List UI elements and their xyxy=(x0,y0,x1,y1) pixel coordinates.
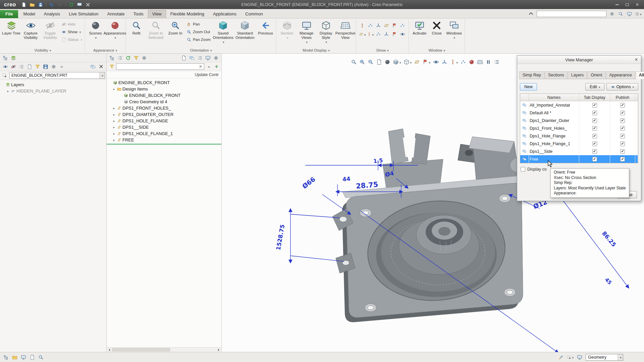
redo-icon[interactable] xyxy=(57,2,63,8)
annotate-brush-icon[interactable] xyxy=(557,354,564,361)
notifications-icon[interactable] xyxy=(29,354,36,361)
close-button[interactable] xyxy=(633,1,642,8)
manage-views-button[interactable]: Manage Views xyxy=(297,19,316,45)
edit-button[interactable]: Edit xyxy=(585,83,604,90)
table-row[interactable]: Dps1_Hole_Flange_1 xyxy=(520,140,638,147)
toggle-visibility-button[interactable]: Toggle Visibility xyxy=(41,19,60,41)
spin-center-icon[interactable] xyxy=(399,21,406,29)
collapse-ribbon-icon[interactable] xyxy=(528,10,535,17)
new-file-icon[interactable] xyxy=(21,2,27,8)
tab-flexible-modeling[interactable]: Flexible Modeling xyxy=(166,10,209,18)
tab-file[interactable]: File xyxy=(0,10,18,18)
plane-display-icon[interactable] xyxy=(383,21,390,29)
select-items-icon[interactable] xyxy=(567,354,574,361)
tree-item-dps1-front-holes[interactable]: DPS1_FRONT_HOLES_ xyxy=(107,105,221,111)
tab-view[interactable]: View xyxy=(148,10,166,18)
tree-item-dps1-diamter-outer[interactable]: DPS1_DIAMTER_OUTER xyxy=(107,111,221,118)
tree-settings-icon[interactable] xyxy=(10,55,17,61)
standard-orientation-button[interactable]: Standard Orientation xyxy=(234,19,256,41)
layer-view-icon[interactable] xyxy=(90,63,96,70)
group-label-visibility[interactable]: Visibility xyxy=(2,47,84,53)
dialog-titlebar[interactable]: View Manager xyxy=(517,56,641,64)
tab-appearance[interactable]: Appearance xyxy=(606,71,635,79)
saved-orientations-icon[interactable] xyxy=(402,58,413,66)
perspective-view-button[interactable]: Perspective View xyxy=(336,19,355,41)
tab-display-checkbox[interactable] xyxy=(592,103,597,108)
tab-display-checkbox[interactable] xyxy=(592,111,597,115)
annotation-display-icon[interactable] xyxy=(421,58,432,66)
gear-icon[interactable] xyxy=(608,10,615,17)
repaint-icon[interactable] xyxy=(375,58,383,66)
capture-visibility-button[interactable]: Capture Visibility xyxy=(21,19,40,41)
display-style-icon[interactable] xyxy=(392,58,402,66)
model-tree-hscrollbar[interactable] xyxy=(107,347,221,352)
tree-filter-field[interactable] xyxy=(116,63,204,70)
tree-item-dps1-side[interactable]: DPS1__SIDE xyxy=(107,124,221,130)
show-annotations-icon[interactable] xyxy=(432,58,440,66)
dimension-label[interactable]: 44 xyxy=(342,175,351,183)
3d-graphics-viewport[interactable]: 1.5 44 28.75 Ø66 Ø4 1528.75 Ø12 86.25 45 xyxy=(222,54,644,352)
datum-axis-display-icon[interactable] xyxy=(359,21,366,29)
filter-options-icon[interactable] xyxy=(205,63,212,70)
saved-orientations-button[interactable]: Saved Orientations xyxy=(212,19,234,45)
tree-doc-icon[interactable] xyxy=(180,55,187,61)
layer-item-hidden-plane-layer[interactable]: HIDDEN_PLANE_LAYER xyxy=(1,88,106,94)
group-label-model-display[interactable]: Model Display xyxy=(277,47,355,53)
regenerate-icon[interactable] xyxy=(68,2,74,8)
csys-tag-display-icon[interactable] xyxy=(383,30,390,38)
eye-display-icon[interactable] xyxy=(399,30,406,38)
command-search-input[interactable] xyxy=(537,11,606,17)
zoom-out-icon[interactable] xyxy=(367,58,375,66)
tree-expand-icon[interactable] xyxy=(112,119,116,123)
tree-refresh-icon[interactable] xyxy=(125,55,131,61)
table-row[interactable]: Default All * xyxy=(520,109,638,117)
layer-settings-icon[interactable] xyxy=(50,63,57,70)
pause-icon[interactable] xyxy=(484,58,492,66)
section-button[interactable]: Section xyxy=(277,19,297,41)
publish-checkbox[interactable] xyxy=(620,157,625,162)
col-names[interactable]: Names xyxy=(529,94,579,101)
layer-list-icon[interactable] xyxy=(18,63,25,70)
publish-checkbox[interactable] xyxy=(620,103,625,108)
tab-sections[interactable]: Sections xyxy=(545,71,568,79)
display-style-button[interactable]: Display Style xyxy=(316,19,335,45)
tree-columns-icon[interactable] xyxy=(2,55,9,61)
hide-button[interactable]: Hide xyxy=(60,21,84,27)
group-label-orientation[interactable]: Orientation xyxy=(127,47,275,53)
add-filter-icon[interactable] xyxy=(213,63,220,70)
dialog-close-icon[interactable] xyxy=(633,57,640,63)
hide-layer-icon[interactable] xyxy=(10,63,17,70)
zoom-to-selected-button[interactable]: Zoom to Selected xyxy=(146,19,165,41)
tree-filter-icon[interactable] xyxy=(133,55,140,61)
table-row[interactable]: All_Imported_Annotat xyxy=(520,101,638,109)
datum-point-display-icon[interactable] xyxy=(367,21,374,29)
activate-button[interactable]: Activate xyxy=(410,19,429,37)
layer-save-status-icon[interactable] xyxy=(42,63,49,70)
tab-simp-rep[interactable]: Simp Rep xyxy=(519,71,544,79)
tree-expand-icon[interactable] xyxy=(112,87,116,91)
spin-center-icon[interactable] xyxy=(459,58,467,66)
tree-item-free[interactable]: FREE xyxy=(107,137,221,143)
active-model-combobox[interactable]: ENGINE_BLOCK_FRONT.PRT xyxy=(9,72,105,79)
group-label-appearance[interactable]: Appearance xyxy=(86,47,124,53)
publish-checkbox[interactable] xyxy=(620,118,625,123)
publish-checkbox[interactable] xyxy=(620,111,625,115)
appearances-button[interactable]: Appearances xyxy=(105,19,124,41)
col-publish[interactable]: Publish xyxy=(610,94,635,101)
selection-filter-dropdown[interactable]: Geometry xyxy=(586,354,623,361)
tree-item-design-items[interactable]: Design Items xyxy=(107,86,221,92)
search-icon[interactable] xyxy=(617,10,624,17)
filter-funnel-icon[interactable] xyxy=(108,63,115,70)
tab-display-checkbox[interactable] xyxy=(592,149,597,154)
tab-orient[interactable]: Orient xyxy=(587,71,605,79)
annotation-display-icon[interactable] xyxy=(391,21,398,29)
tree-viewstate-icon[interactable] xyxy=(189,55,195,61)
scroll-right-icon[interactable] xyxy=(217,348,221,352)
select-arrow-icon[interactable] xyxy=(1,72,8,79)
table-row[interactable]: Dps1__Side xyxy=(520,147,638,155)
display-combined-checkbox[interactable] xyxy=(521,167,525,172)
tree-item-dps1-hole-flange-1[interactable]: DPS1_HOLE_FLANGE_1 xyxy=(107,130,221,137)
tab-applications[interactable]: Applications xyxy=(209,10,241,18)
publish-checkbox[interactable] xyxy=(620,149,625,154)
pan-button[interactable]: Pan xyxy=(185,21,212,27)
